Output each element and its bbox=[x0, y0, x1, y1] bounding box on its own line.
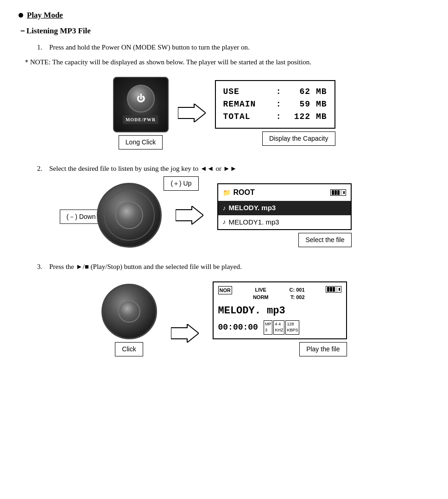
arrow-icon2 bbox=[176, 206, 203, 225]
file-name-1: MELODY. mp3 bbox=[229, 203, 276, 213]
step1-text: 1. Press and hold the Power ON (MODE SW)… bbox=[37, 42, 429, 53]
note-icon-1: ♪ bbox=[223, 203, 226, 213]
mp3-tag: MP3 bbox=[264, 320, 273, 335]
capacity-screen-wrap: USE : 62 MB REMAIN : 59 MB TOTAL : 122 M… bbox=[215, 80, 335, 146]
play-time: 00:00:00 bbox=[218, 321, 258, 334]
svg-marker-2 bbox=[171, 324, 199, 343]
file-screen: 📁 ROOT ♪ MELODY. mp3 ♪ MELODY1. mp3 bbox=[217, 183, 352, 230]
step3-text: 3. Press the ►/■ (Play/Stop) button and … bbox=[37, 262, 429, 272]
minus-down-label: (－) Down bbox=[60, 210, 103, 224]
jog-small-image bbox=[101, 284, 157, 339]
section-title: －Listening MP3 File bbox=[19, 25, 429, 37]
click-label: Click bbox=[115, 342, 143, 356]
mode-sw-button-image: ⏻ MODE/PWR bbox=[113, 77, 169, 132]
diagram2: (－) Down (＋) Up 📁 ROOT bbox=[19, 183, 429, 248]
kbps-tag: 128KBPS bbox=[285, 320, 299, 335]
note-icon-2: ♪ bbox=[223, 217, 226, 227]
play-jog-device: Click bbox=[101, 284, 157, 356]
file-header-row: 📁 ROOT bbox=[218, 184, 351, 201]
play-screen: NOR LIVE NORM C: 001 T: 002 bbox=[213, 281, 347, 339]
power-symbol: ⏻ bbox=[137, 93, 145, 105]
capacity-label: Display the Capacity bbox=[262, 131, 335, 146]
play-filename: MELODY. mp3 bbox=[218, 303, 341, 318]
plus-up-label: (＋) Up bbox=[164, 176, 198, 191]
plus-up-label-wrap: (＋) Up bbox=[164, 174, 198, 191]
battery-indicator bbox=[330, 189, 346, 196]
mode-sw-label: MODE/PWR bbox=[123, 115, 158, 124]
mode-sw-device: ⏻ MODE/PWR Long Click bbox=[113, 77, 169, 150]
screen-row-total: TOTAL : 122 MB bbox=[223, 111, 327, 123]
nor-label: NOR bbox=[218, 286, 232, 295]
play-file-label: Play the file bbox=[299, 342, 347, 356]
arrow-icon1 bbox=[178, 104, 206, 122]
arrow-icon3 bbox=[171, 324, 199, 343]
step2-text: 2. Select the desired file to listen by … bbox=[37, 163, 429, 174]
diagram1: ⏻ MODE/PWR Long Click USE : 62 MB REMAIN… bbox=[19, 77, 429, 150]
file-row-2: ♪ MELODY1. mp3 bbox=[218, 215, 351, 230]
bullet-icon bbox=[19, 13, 23, 18]
live-label: LIVE bbox=[255, 286, 266, 294]
capacity-screen: USE : 62 MB REMAIN : 59 MB TOTAL : 122 M… bbox=[215, 80, 335, 129]
screen-row-use: USE : 62 MB bbox=[223, 86, 327, 98]
play-tags: MP3 4 4KHZ 128KBPS bbox=[264, 320, 300, 335]
jog-small-center bbox=[118, 300, 140, 323]
root-label: ROOT bbox=[233, 187, 255, 198]
play-mode-header: Play Mode bbox=[19, 9, 429, 21]
file-row-1: ♪ MELODY. mp3 bbox=[218, 201, 351, 215]
t-count: T: 002 bbox=[290, 293, 305, 301]
svg-marker-0 bbox=[178, 104, 206, 122]
play-top-row: NOR LIVE NORM C: 001 T: 002 bbox=[218, 286, 341, 301]
jog-ring bbox=[104, 190, 155, 241]
play-mode-title: Play Mode bbox=[27, 9, 63, 21]
mode-sw-inner-circle: ⏻ bbox=[127, 85, 155, 112]
khz-tag: 4 4KHZ bbox=[273, 320, 284, 335]
long-click-label: Long Click bbox=[119, 135, 163, 150]
screen-row-remain: REMAIN : 59 MB bbox=[223, 98, 327, 111]
note-text: ＊NOTE: The capacity will be displayed as… bbox=[23, 56, 429, 68]
svg-marker-1 bbox=[176, 206, 203, 225]
minus-down-label-wrap: (－) Down bbox=[60, 207, 103, 224]
play-battery-indicator bbox=[326, 286, 341, 293]
select-file-label: Select the file bbox=[298, 233, 351, 247]
jog-wheel-image bbox=[97, 183, 162, 248]
file-name-2: MELODY1. mp3 bbox=[229, 217, 279, 228]
norm-label: NORM bbox=[253, 293, 269, 301]
jog-wheel-area: (－) Down (＋) Up bbox=[97, 183, 162, 248]
folder-icon: 📁 bbox=[223, 188, 231, 198]
diagram3: Click NOR LIVE NORM C: 001 T: 002 bbox=[19, 281, 429, 356]
file-screen-wrap: 📁 ROOT ♪ MELODY. mp3 ♪ MELODY1. mp3 bbox=[217, 183, 352, 247]
c-count: C: 001 bbox=[290, 286, 305, 294]
play-screen-wrap: NOR LIVE NORM C: 001 T: 002 bbox=[213, 281, 347, 356]
play-bottom-row: 00:00:00 MP3 4 4KHZ 128KBPS bbox=[218, 320, 341, 335]
